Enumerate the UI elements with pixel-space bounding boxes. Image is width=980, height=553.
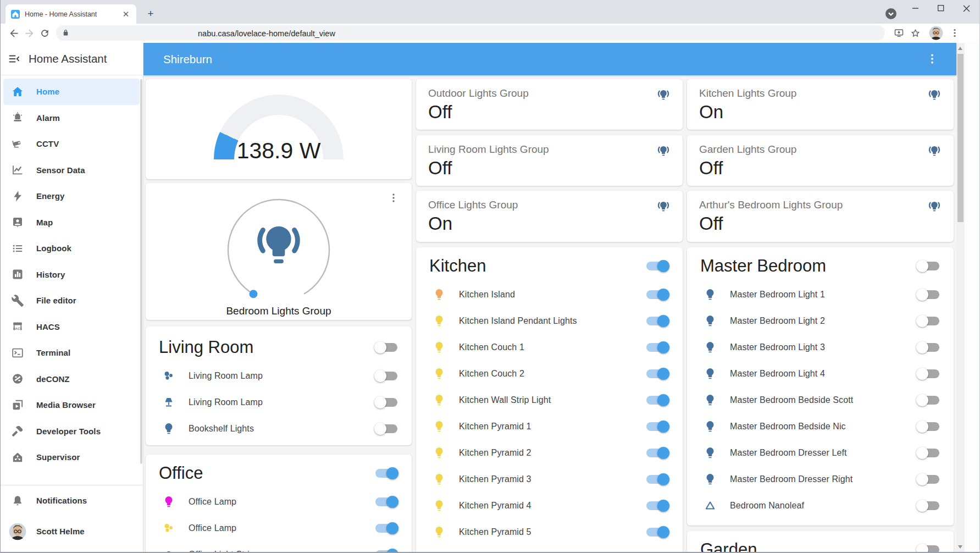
entity-row-office-lamp[interactable]: Office Lamp	[146, 515, 412, 541]
scroll-down-arrow[interactable]	[958, 545, 962, 549]
entity-row-kitchen-pyramid-1[interactable]: Kitchen Pyramid 1	[416, 413, 683, 440]
sidebar-item-alarm[interactable]: Alarm	[3, 105, 140, 131]
toggle-switch[interactable]	[917, 422, 939, 431]
new-tab-button[interactable]: +	[144, 7, 157, 20]
bookmark-star-icon[interactable]	[908, 26, 922, 40]
browser-profile-avatar[interactable]	[929, 26, 943, 40]
sidebar-item-media-browser[interactable]: Media Browser	[3, 392, 140, 418]
tab-close-icon[interactable]: ✕	[121, 9, 131, 19]
entity-row-master-bedroom-dresser-left[interactable]: Master Bedroom Dresser Left	[687, 440, 954, 466]
reload-icon[interactable]	[37, 26, 52, 40]
toggle-switch[interactable]	[917, 262, 939, 270]
entity-row-master-bedroom-bedside-nic[interactable]: Master Bedroom Bedside Nic	[687, 413, 954, 440]
browser-tab[interactable]: Home - Home Assistant ✕	[5, 4, 136, 24]
install-app-icon[interactable]	[892, 26, 906, 40]
card-bedroom-lights-group[interactable]: Bedroom Lights Group	[146, 183, 412, 320]
entity-row-master-bedroom-bedside-scott[interactable]: Master Bedroom Bedside Scott	[687, 387, 954, 413]
card-group-arthur-s-bedroom-lights-group[interactable]: Arthur's Bedroom Lights Group Off	[687, 191, 954, 242]
toggle-switch[interactable]	[375, 398, 397, 407]
toggle-switch[interactable]	[375, 469, 397, 478]
toggle-switch[interactable]	[646, 449, 668, 457]
sidebar-item-notifications[interactable]: Notifications	[3, 485, 140, 516]
window-maximize-button[interactable]	[935, 2, 947, 14]
toggle-switch[interactable]	[646, 422, 668, 431]
toggle-switch[interactable]	[917, 475, 939, 484]
toggle-switch[interactable]	[646, 317, 668, 325]
toggle-switch[interactable]	[917, 396, 939, 405]
entity-row-kitchen-pyramid-4[interactable]: Kitchen Pyramid 4	[416, 493, 683, 519]
card-group-outdoor-lights-group[interactable]: Outdoor Lights Group Off	[416, 79, 683, 130]
window-close-button[interactable]	[960, 2, 972, 14]
entity-row-kitchen-pyramid-2[interactable]: Kitchen Pyramid 2	[416, 440, 683, 466]
card-group-kitchen-lights-group[interactable]: Kitchen Lights Group On	[687, 79, 954, 130]
toggle-switch[interactable]	[646, 343, 668, 352]
lock-icon[interactable]	[62, 29, 70, 39]
sidebar-item-history[interactable]: History	[3, 262, 140, 288]
window-minimize-button[interactable]	[910, 2, 922, 14]
toggle-switch[interactable]	[646, 528, 668, 537]
entity-row-kitchen-pyramid-5[interactable]: Kitchen Pyramid 5	[416, 519, 683, 545]
sidebar-item-map[interactable]: Map	[3, 209, 140, 236]
entity-row-kitchen-wall-strip-light[interactable]: Kitchen Wall Strip Light	[416, 387, 683, 413]
entity-row-master-bedroom-light-4[interactable]: Master Bedroom Light 4	[687, 361, 954, 387]
entity-row-bedroom-nanoleaf[interactable]: Bedroom Nanoleaf	[687, 493, 954, 519]
entity-row-master-bedroom-light-1[interactable]: Master Bedroom Light 1	[687, 281, 954, 308]
sidebar-item-supervisor[interactable]: Supervisor	[3, 444, 140, 471]
entity-row-master-bedroom-dresser-right[interactable]: Master Bedroom Dresser Right	[687, 466, 954, 493]
overflow-menu-icon[interactable]	[926, 52, 939, 65]
toggle-switch[interactable]	[917, 449, 939, 457]
sidebar-item-terminal[interactable]: Terminal	[3, 340, 140, 366]
entity-row-kitchen-couch-2[interactable]: Kitchen Couch 2	[416, 361, 683, 387]
toggle-switch[interactable]	[646, 396, 668, 405]
entity-row-office-light-strip[interactable]: Office Light Strip	[146, 541, 412, 553]
toggle-switch[interactable]	[375, 550, 397, 553]
sidebar-item-hacs[interactable]: HACS HACS	[3, 314, 140, 340]
scroll-up-arrow[interactable]	[958, 47, 962, 50]
forward-icon[interactable]	[22, 26, 36, 40]
toggle-switch[interactable]	[917, 343, 939, 352]
sidebar-item-logbook[interactable]: Logbook	[3, 235, 140, 262]
sidebar-item-cctv[interactable]: CCTV	[3, 131, 140, 157]
sidebar-item-sensor-data[interactable]: Sensor Data	[3, 157, 140, 184]
scrollbar-thumb[interactable]	[957, 54, 964, 222]
toggle-switch[interactable]	[646, 262, 668, 270]
entity-row-master-bedroom-light-3[interactable]: Master Bedroom Light 3	[687, 334, 954, 361]
toggle-switch[interactable]	[917, 545, 939, 553]
toggle-switch[interactable]	[375, 424, 397, 433]
toggle-switch[interactable]	[375, 372, 397, 380]
toggle-switch[interactable]	[917, 369, 939, 378]
browser-menu-icon[interactable]	[948, 26, 962, 40]
card-group-living-room-lights-group[interactable]: Living Room Lights Group Off	[416, 135, 683, 186]
sidebar-item-home[interactable]: Home	[3, 79, 140, 105]
toggle-switch[interactable]	[375, 497, 397, 506]
brightness-ring-slider[interactable]	[224, 195, 334, 305]
entity-row-office-lamp[interactable]: Office Lamp	[146, 489, 412, 515]
toggle-switch[interactable]	[375, 524, 397, 533]
entity-row-kitchen-island[interactable]: Kitchen Island	[416, 281, 683, 308]
sidebar-scrollbar[interactable]	[140, 79, 142, 464]
toggle-switch[interactable]	[917, 290, 939, 299]
entity-row-living-room-lamp[interactable]: Living Room Lamp	[146, 389, 412, 416]
toggle-switch[interactable]	[646, 475, 668, 484]
sidebar-item-file-editor[interactable]: File editor	[3, 287, 140, 314]
content-scrollbar[interactable]	[956, 43, 965, 553]
entity-row-master-bedroom-light-2[interactable]: Master Bedroom Light 2	[687, 308, 954, 334]
toggle-switch[interactable]	[646, 369, 668, 378]
sidebar-toggle-icon[interactable]	[8, 52, 21, 65]
card-menu-icon[interactable]	[387, 192, 400, 204]
sidebar-item-developer-tools[interactable]: Developer Tools	[3, 418, 140, 445]
toggle-switch[interactable]	[917, 501, 939, 510]
entity-row-kitchen-island-pendant-lights[interactable]: Kitchen Island Pendant Lights	[416, 308, 683, 334]
back-icon[interactable]	[7, 26, 21, 40]
toggle-switch[interactable]	[646, 501, 668, 510]
sidebar-item-scott-helme[interactable]: Scott Helme	[3, 516, 140, 547]
entity-row-kitchen-pyramid-3[interactable]: Kitchen Pyramid 3	[416, 466, 683, 493]
card-group-office-lights-group[interactable]: Office Lights Group On	[416, 191, 683, 242]
url-text[interactable]: nabu.casa/lovelace-home/default_view	[198, 29, 335, 38]
card-group-garden-lights-group[interactable]: Garden Lights Group Off	[687, 135, 954, 186]
entity-row-bookshelf-lights[interactable]: Bookshelf Lights	[146, 416, 412, 442]
card-house-power-gauge[interactable]: 138.9 W House Power Consumption	[146, 79, 412, 179]
entity-row-living-room-lamp[interactable]: Living Room Lamp	[146, 363, 412, 389]
sidebar-item-deconz[interactable]: deCONZ	[3, 366, 140, 392]
address-bar[interactable]	[56, 25, 885, 41]
